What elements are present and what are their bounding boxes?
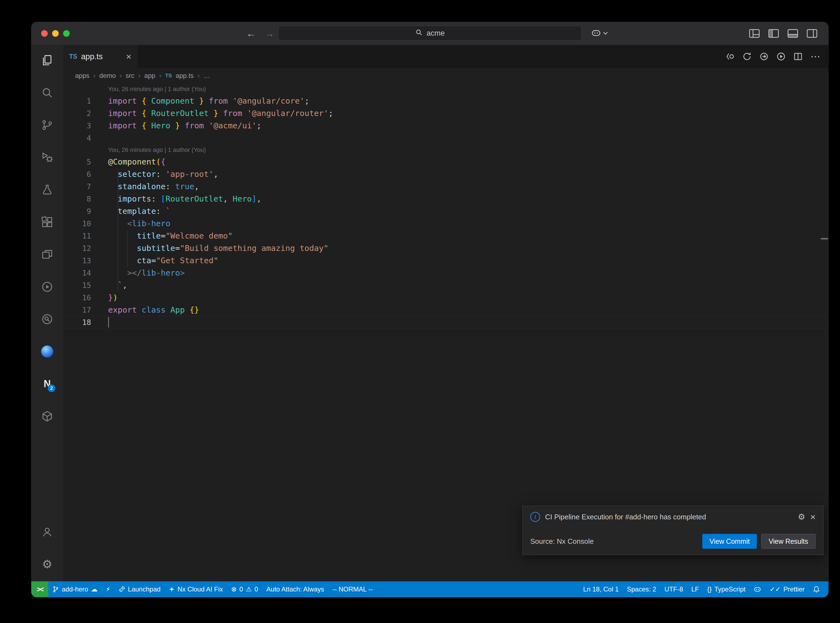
blame-annotation: You, 26 minutes ago | 1 author (You) bbox=[63, 144, 828, 156]
code-line[interactable]: 6 selector: 'app-root', bbox=[63, 168, 828, 180]
git-branch-item[interactable]: add-hero ☁ bbox=[48, 581, 101, 597]
code-line[interactable]: 5@Component({ bbox=[63, 156, 828, 168]
code-line[interactable]: 12 subtitle="Build something amazing tod… bbox=[63, 242, 828, 255]
launchpad-item[interactable]: Launchpad bbox=[114, 581, 164, 597]
eol-item[interactable]: LF bbox=[687, 581, 703, 597]
edge-devtools-icon[interactable] bbox=[41, 345, 53, 358]
notification-close-icon[interactable]: × bbox=[810, 512, 815, 522]
code-text: export class App {} bbox=[108, 304, 199, 316]
code-line[interactable]: 4 bbox=[63, 132, 828, 144]
source-control-icon[interactable] bbox=[41, 119, 53, 131]
code-line[interactable]: 17export class App {} bbox=[63, 304, 828, 316]
nx-cloud-item[interactable]: Nx Cloud AI Fix bbox=[164, 581, 227, 597]
testing-icon[interactable] bbox=[41, 184, 53, 196]
breadcrumb-item-apps[interactable]: apps bbox=[75, 72, 89, 80]
run-circle-icon[interactable] bbox=[41, 281, 53, 293]
line-number: 5 bbox=[63, 156, 108, 168]
minimize-window-button[interactable] bbox=[52, 30, 59, 37]
indentation-item[interactable]: Spaces: 2 bbox=[623, 581, 660, 597]
breadcrumb: apps › demo › src › app › TS app.ts › … bbox=[63, 68, 828, 83]
code-line[interactable]: 18 bbox=[63, 316, 828, 328]
code-line[interactable]: 10 <lib-hero bbox=[63, 218, 828, 230]
run-forward-icon[interactable] bbox=[759, 52, 769, 61]
split-editor-icon[interactable] bbox=[793, 52, 803, 61]
bell-icon bbox=[813, 586, 820, 593]
more-actions-icon[interactable]: ⋯ bbox=[810, 52, 820, 61]
notifications-bell-item[interactable] bbox=[809, 581, 824, 597]
text-cursor bbox=[108, 317, 109, 327]
breadcrumb-item-app[interactable]: app bbox=[144, 72, 155, 80]
code-line[interactable]: 7 standalone: true, bbox=[63, 180, 828, 193]
copilot-menu[interactable] bbox=[591, 22, 608, 45]
run-file-icon[interactable] bbox=[776, 52, 786, 61]
forward-icon[interactable]: → bbox=[265, 28, 274, 39]
code-text: imports: [RouterOutlet, Hero], bbox=[108, 193, 261, 205]
search-view-icon[interactable] bbox=[41, 87, 53, 99]
command-center-search[interactable]: acme bbox=[278, 26, 582, 41]
error-count: 0 bbox=[240, 585, 243, 593]
code-line[interactable]: 8 imports: [RouterOutlet, Hero], bbox=[63, 193, 828, 205]
package-cube-icon[interactable] bbox=[41, 410, 53, 422]
tab-bar: TS app.ts × bbox=[63, 45, 828, 68]
zoom-window-button[interactable] bbox=[63, 30, 70, 37]
breadcrumb-item-demo[interactable]: demo bbox=[99, 72, 116, 80]
circle-search-icon[interactable] bbox=[41, 313, 53, 325]
code-line[interactable]: 2import { RouterOutlet } from '@angular/… bbox=[63, 107, 828, 120]
explorer-icon[interactable] bbox=[41, 54, 53, 66]
vim-mode-item[interactable]: -- NORMAL -- bbox=[329, 581, 377, 597]
sync-icon[interactable] bbox=[742, 52, 752, 61]
code-line[interactable]: 13 cta="Get Started" bbox=[63, 255, 828, 267]
auto-attach-item[interactable]: Auto Attach: Always bbox=[262, 581, 329, 597]
run-debug-icon[interactable] bbox=[41, 151, 53, 163]
close-tab-icon[interactable]: × bbox=[126, 52, 131, 61]
code-line[interactable]: 15 `, bbox=[63, 279, 828, 292]
open-changes-icon[interactable] bbox=[725, 52, 735, 61]
copilot-status-item[interactable] bbox=[749, 581, 765, 597]
toggle-secondary-sidebar-icon[interactable] bbox=[806, 29, 817, 38]
chevron-right-icon: › bbox=[138, 72, 140, 80]
language-mode-item[interactable]: {} TypeScript bbox=[703, 581, 749, 597]
cursor-position-item[interactable]: Ln 18, Col 1 bbox=[579, 581, 623, 597]
vscode-window: ← → acme bbox=[31, 22, 828, 597]
account-icon[interactable] bbox=[41, 526, 53, 538]
problems-item[interactable]: ⊗ 0 ⚠ 0 bbox=[227, 581, 262, 597]
nx-console-icon[interactable]: N 2 bbox=[41, 378, 53, 390]
tab-label: app.ts bbox=[81, 52, 103, 61]
view-results-button[interactable]: View Results bbox=[761, 534, 815, 549]
breadcrumb-item-symbol[interactable]: … bbox=[204, 72, 210, 80]
breadcrumb-item-file[interactable]: app.ts bbox=[175, 72, 193, 80]
notification-source: Source: Nx Console bbox=[530, 537, 594, 546]
connect-item[interactable]: ⚡ bbox=[101, 581, 114, 597]
code-line[interactable]: 11 title="Welcmoe demo" bbox=[63, 230, 828, 242]
main-area: N 2 ⚙ TS app.t bbox=[31, 45, 828, 581]
code-line[interactable]: 3import { Hero } from '@acme/ui'; bbox=[63, 120, 828, 132]
window-controls bbox=[41, 30, 70, 37]
customize-layout-icon[interactable] bbox=[749, 29, 760, 38]
toggle-primary-sidebar-icon[interactable] bbox=[768, 29, 779, 38]
remote-indicator[interactable]: >< bbox=[31, 581, 48, 597]
chevron-down-icon bbox=[603, 31, 608, 36]
formatter-item[interactable]: ✓✓ Prettier bbox=[765, 581, 809, 597]
encoding-item[interactable]: UTF-8 bbox=[660, 581, 687, 597]
notification-settings-gear-icon[interactable]: ⚙ bbox=[798, 513, 805, 521]
code-line[interactable]: 14 ></lib-hero> bbox=[63, 267, 828, 279]
code-text: subtitle="Build something amazing today" bbox=[108, 242, 329, 255]
toggle-panel-icon[interactable] bbox=[787, 29, 798, 38]
breadcrumb-item-src[interactable]: src bbox=[126, 72, 134, 80]
settings-gear-icon[interactable]: ⚙ bbox=[41, 558, 53, 570]
code-line[interactable]: 1import { Component } from '@angular/cor… bbox=[63, 95, 828, 107]
tab-app-ts[interactable]: TS app.ts × bbox=[63, 45, 138, 68]
chevron-right-icon: › bbox=[198, 72, 200, 80]
line-number: 15 bbox=[63, 279, 108, 292]
code-text: }) bbox=[108, 292, 118, 304]
code-line[interactable]: 16}) bbox=[63, 292, 828, 304]
view-commit-button[interactable]: View Commit bbox=[702, 534, 757, 549]
extensions-icon[interactable] bbox=[41, 216, 53, 228]
info-icon: i bbox=[530, 512, 540, 522]
check-all-icon: ✓✓ bbox=[769, 585, 780, 593]
back-icon[interactable]: ← bbox=[246, 28, 256, 39]
close-window-button[interactable] bbox=[41, 30, 48, 37]
code-line[interactable]: 9 template: ` bbox=[63, 205, 828, 218]
indent-guide bbox=[127, 230, 128, 267]
remote-explorer-icon[interactable] bbox=[41, 249, 53, 261]
